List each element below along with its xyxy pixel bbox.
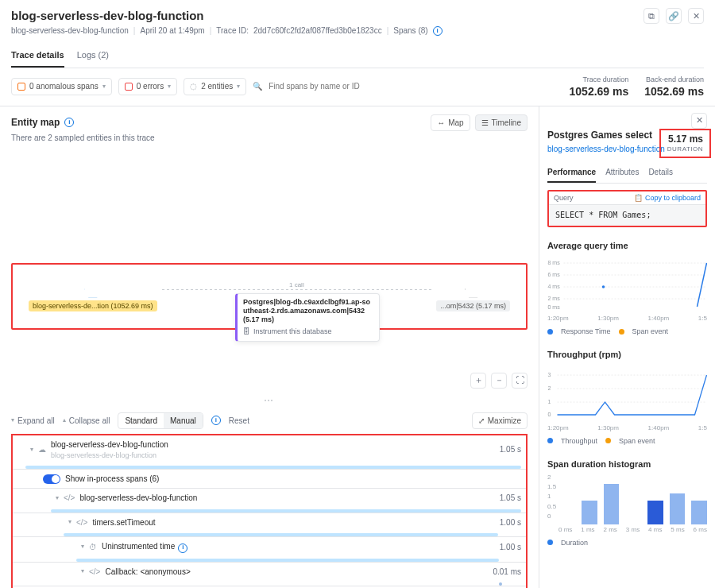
query-block: Query 📋Copy to clipboard SELECT * FROM G… [547,190,707,227]
info-icon[interactable]: i [178,544,187,553]
hexagon-icon [84,280,102,298]
entity-tooltip: Postgres|blog-db.c9axdclbgf91.ap-southea… [235,293,380,342]
zoom-out-icon[interactable]: － [491,373,507,389]
chart-legend: Throughput Span event [547,436,707,446]
chevron-down-icon[interactable]: ▾ [56,494,59,503]
zoom-in-icon[interactable]: ＋ [470,373,486,389]
chart-axis: 1:20pm1:30pm1:40pm1:5 [547,424,707,433]
entity-node-db[interactable]: ...om|5432 (5.17 ms) [436,280,510,311]
span-row[interactable]: ▾⏱Uninstrumented timei1.00 s [13,536,526,556]
copy-page-icon[interactable]: ⧉ [644,8,659,24]
code-icon: </> [64,493,75,504]
span-duration: 1.05 s [481,493,521,504]
search-icon: 🔍 [253,81,262,92]
chart-axis: 1:20pm1:30pm1:40pm1:5 [547,315,707,323]
reset-button[interactable]: Reset [229,416,249,427]
code-icon: </> [76,517,87,528]
hexagon-icon [465,280,482,298]
span-row[interactable]: ▾☁blog-serverless-dev-blog-functionblog-… [13,435,526,464]
close-icon[interactable]: ✕ [688,8,704,24]
span-row[interactable]: Show in-process spans (6) [13,469,526,489]
chart-title-avg-query: Average query time [547,240,707,252]
filter-entities[interactable]: ◌ 2 entities▾ [184,78,246,95]
entity-map-canvas[interactable]: blog-serverless-de...tion (1052.69 ms) 1… [11,263,528,330]
info-icon[interactable]: i [433,26,443,36]
header-meta: blog-serverless-dev-blog-function| April… [11,25,704,37]
maximize-button[interactable]: ⤢Maximize [472,412,528,430]
entity-node-app[interactable]: blog-serverless-de...tion (1052.69 ms) [29,280,157,311]
filter-anomalous[interactable]: 0 anomalous spans▾ [11,78,112,95]
view-mode-segment[interactable]: StandardManual [118,412,203,430]
throughput-chart[interactable]: 3210 [547,364,707,420]
chart-legend: Duration [547,538,707,547]
span-table: ▾☁blog-serverless-dev-blog-functionblog-… [11,434,528,588]
span-duration: 1.05 s [481,444,521,455]
tab-performance[interactable]: Performance [547,163,596,184]
query-body: SELECT * FROM Games; [549,204,705,226]
svg-text:0: 0 [548,412,551,417]
tab-trace-details[interactable]: Trace details [11,44,64,68]
svg-text:2: 2 [548,385,551,391]
resize-handle[interactable]: ⋯ [0,393,539,408]
chart-axis: 0 ms1 ms2 ms3 ms4 ms5 ms6 ms [547,526,707,535]
span-duration: 1.00 s [481,517,521,528]
chevron-down-icon[interactable]: ▾ [68,518,72,527]
avg-query-chart[interactable]: 8 ms6 ms4 ms2 ms0 ms [547,255,707,311]
span-name: Show in-process spans (6) [65,474,477,485]
svg-text:8 ms: 8 ms [548,260,561,265]
header-metrics: Trace duration1052.69 ms Back-end durati… [570,75,704,99]
clock-icon: ⏱ [89,542,97,553]
search-input[interactable]: 🔍 [253,80,562,93]
timeline-button[interactable]: ☰Timeline [475,114,528,132]
span-name: Uninstrumented timei [102,541,477,552]
chevron-down-icon[interactable]: ▾ [81,567,84,576]
tab-logs[interactable]: Logs (2) [77,44,109,68]
fit-screen-icon[interactable]: ⛶ [512,373,528,389]
database-icon: 🗄 [243,327,250,336]
chart-legend: Response Time Span event [547,327,707,336]
span-row[interactable]: ▾</>blog-serverless-dev-blog-function1.0… [13,488,526,508]
page-title: blog-serverless-dev-blog-function [11,8,637,24]
entity-map-subtitle: There are 2 sampled entities in this tra… [0,133,539,144]
span-name: blog-serverless-dev-blog-functionblog-se… [51,439,477,460]
svg-text:2 ms: 2 ms [548,296,561,301]
toggle-inprocess[interactable] [43,474,60,484]
panel-close-icon[interactable]: ✕ [691,113,707,129]
collapse-all-button[interactable]: ▴Collapse all [63,416,110,427]
span-duration: 1.00 s [481,542,521,553]
span-name: timers.setTimeout [92,517,477,528]
clipboard-icon: 📋 [634,193,643,203]
span-row[interactable]: ▾</>timers.setTimeout1.00 s [13,513,526,532]
tab-attributes[interactable]: Attributes [605,163,639,184]
entity-edge: 1 call [162,289,432,290]
svg-text:1: 1 [548,399,551,404]
expand-all-button[interactable]: ▾Expand all [11,416,55,427]
info-icon[interactable]: i [211,416,221,425]
info-icon[interactable]: i [64,118,74,127]
svg-text:6 ms: 6 ms [548,272,561,277]
chart-title-throughput: Throughput (rpm) [547,349,707,361]
copy-clipboard-button[interactable]: 📋Copy to clipboard [634,193,701,203]
code-icon: </> [89,567,100,578]
span-name: Callback: <anonymous> [105,567,477,578]
svg-point-9 [602,285,605,288]
histogram-chart[interactable] [559,477,707,524]
permalink-icon[interactable]: 🔗 [666,8,682,24]
svg-text:0 ms: 0 ms [548,304,561,310]
span-row[interactable]: ▾</>Callback: <anonymous>0.01 ms [13,562,526,582]
duration-badge: 5.17 ms DURATION [659,129,711,158]
map-button[interactable]: ↔Map [431,114,470,132]
svg-text:3: 3 [548,372,551,377]
svg-text:4 ms: 4 ms [548,284,561,289]
chart-title-histogram: Span duration histogram [547,458,707,470]
chevron-down-icon[interactable]: ▾ [30,446,33,455]
chevron-down-icon[interactable]: ▾ [81,543,84,551]
entity-map-title: Entity map [11,116,60,129]
span-duration: 0.01 ms [481,567,521,578]
panel-entity-link[interactable]: blog-serverless-dev-blog-function [547,145,665,153]
filter-errors[interactable]: 0 errors▾ [118,78,177,95]
tab-details[interactable]: Details [648,163,673,184]
span-name: blog-serverless-dev-blog-function [79,493,477,504]
cloud-icon: ☁ [38,444,46,455]
